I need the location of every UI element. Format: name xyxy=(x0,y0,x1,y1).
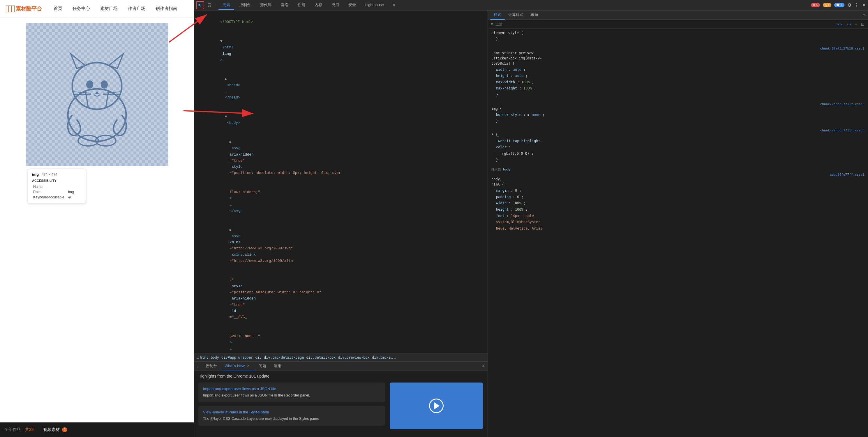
nav-assets[interactable]: 素材广场 xyxy=(100,6,118,11)
breadcrumb-div[interactable]: div xyxy=(255,355,261,360)
html-line[interactable]: ▶ <svg aria-hidden ="true" style ="posit… xyxy=(194,133,488,183)
tab-application[interactable]: 应用 xyxy=(328,1,343,10)
breadcrumb-body[interactable]: body xyxy=(211,355,219,360)
filter-cls[interactable]: .cls xyxy=(845,22,852,27)
style-block-element: element.style { } xyxy=(491,31,865,42)
item-title-1[interactable]: Import and export user flows as a JSON f… xyxy=(203,386,380,391)
device-toggle-button[interactable] xyxy=(205,1,214,9)
nav-guide[interactable]: 创作者指南 xyxy=(156,6,177,11)
devtools-header-tabs: 元素 控制台 源代码 网络 性能 内存 应用 安全 Lighthouse » ⊗… xyxy=(194,0,868,10)
styles-tab-layout[interactable]: 布局 xyxy=(527,10,541,20)
vertical-dots-icon[interactable]: ⋮ xyxy=(854,2,859,8)
cat-container xyxy=(26,23,168,166)
html-line[interactable]: ▶ <head> … </head> xyxy=(194,70,488,107)
play-button[interactable] xyxy=(429,399,444,413)
style-source[interactable]: app.06fe77ff.css:1 xyxy=(491,173,865,177)
tab-lighthouse[interactable]: Lighthouse xyxy=(361,1,388,9)
breadcrumb-bmcs[interactable]: div.bmc-s… xyxy=(372,355,393,360)
tab-issues[interactable]: 问题 xyxy=(255,362,270,371)
tab-more[interactable]: » xyxy=(389,1,399,9)
breadcrumb-detail-box[interactable]: div.detail-box xyxy=(306,355,336,360)
tab-sources[interactable]: 源代码 xyxy=(256,1,276,10)
tab-whatsnew[interactable]: What's New ✕ xyxy=(221,362,255,370)
tab-rendering[interactable]: 渲染 xyxy=(270,362,285,371)
tab-security[interactable]: 安全 xyxy=(344,1,360,10)
selector-text: body, xyxy=(491,177,502,181)
dom-breadcrumb: … html body div#app.wrapper div div.bmc-… xyxy=(194,353,488,361)
html-tag: <html xyxy=(220,45,233,50)
breadcrumb-app[interactable]: div#app.wrapper xyxy=(221,355,253,360)
close-icon[interactable]: ✕ xyxy=(862,2,866,8)
style-source[interactable]: chunk-vendo…7711f.css:3 xyxy=(491,102,865,106)
dom-content[interactable]: <!DOCTYPE html> ▼ <html lang > ▶ <head> … xyxy=(194,10,488,353)
html-line[interactable]: ▶ <svg xmlns ="http://www.w3.org/2000/sv… xyxy=(194,221,488,271)
expand-icon[interactable]: ▶ xyxy=(225,77,227,81)
source-link[interactable]: chunk-vendo…7711f.css:3 xyxy=(820,102,865,106)
styles-more-icon[interactable]: » xyxy=(863,12,866,18)
panel-close-button[interactable]: ✕ xyxy=(482,363,485,369)
tab-memory[interactable]: 内存 xyxy=(310,1,326,10)
svg-rect-2 xyxy=(12,6,14,12)
video-count-badge: 2 xyxy=(62,427,68,432)
logo[interactable]: 素材酷平台 xyxy=(6,5,42,12)
val-100: 100% xyxy=(521,80,530,84)
nav-home[interactable]: 首页 xyxy=(54,6,62,11)
style-block-body: app.06fe77ff.css:1 body, html { margin :… xyxy=(491,173,865,231)
source-link[interactable]: app.06fe77ff.css:1 xyxy=(830,173,865,177)
element-tooltip: img 474 × 474 ACCESSIBILITY Name Role im… xyxy=(28,169,86,203)
html-line[interactable]: SPRITE_NODE__" > … </svg> xyxy=(194,327,488,353)
tab-console-bottom[interactable]: 控制台 xyxy=(202,362,220,371)
dom-panel: <!DOCTYPE html> ▼ <html lang > ▶ <head> … xyxy=(194,10,488,437)
filter-icon-btn[interactable]: ⊡ xyxy=(860,21,866,27)
source-link[interactable]: chunk-vendo…7711f.css:3 xyxy=(820,128,865,132)
filter-add[interactable]: + xyxy=(854,22,858,27)
inherited-from[interactable]: body xyxy=(503,167,511,171)
svg-rect-0 xyxy=(6,6,8,12)
selector-text: .sticker-box img[data-v- xyxy=(491,56,542,60)
whats-new-video-thumbnail[interactable] xyxy=(390,382,483,429)
breadcrumb-detail-page[interactable]: div.bmc-detail-page xyxy=(264,355,304,360)
source-link[interactable]: chunk-8fa73…57b10.css:1 xyxy=(820,46,865,51)
selector-text: * { xyxy=(491,133,498,137)
item-title-2[interactable]: View @layer at-rules in the Styles pane xyxy=(203,410,380,414)
nav-authors[interactable]: 作者广场 xyxy=(128,6,145,11)
styles-tab-styles[interactable]: 样式 xyxy=(490,10,505,20)
table-row: Name xyxy=(32,184,82,189)
element-picker-button[interactable] xyxy=(196,1,204,9)
settings-icon[interactable]: ⚙ xyxy=(847,2,851,8)
tab-network[interactable]: 网络 xyxy=(277,1,292,10)
html-line[interactable]: flow: hidden;" > … </svg> xyxy=(194,183,488,221)
bottom-bar: 全部作品 共23 视频素材 2 xyxy=(0,423,194,437)
val-100pct: 100% xyxy=(515,208,523,212)
val-font-2: system,BlinkMacSyster xyxy=(496,220,540,224)
nav-tasks[interactable]: 任务中心 xyxy=(72,6,90,11)
styles-tab-computed[interactable]: 计算样式 xyxy=(505,10,527,20)
filter-hov[interactable]: :hov xyxy=(835,22,843,27)
expand-icon[interactable]: ▼ xyxy=(220,39,222,43)
html-line[interactable]: <!DOCTYPE html> xyxy=(194,13,488,32)
expand-icon[interactable]: ▶ xyxy=(229,228,232,232)
navbar: 素材酷平台 首页 任务中心 素材广场 作者广场 创作者指南 xyxy=(0,0,194,18)
style-source[interactable]: chunk-vendo…7711f.css:3 xyxy=(491,128,865,132)
expand-icon[interactable]: ▼ xyxy=(225,115,227,119)
breadcrumb-preview-box[interactable]: div.preview-box xyxy=(338,355,370,360)
attr-val: ="true" xyxy=(229,303,245,307)
expand-icon[interactable]: ▶ xyxy=(229,140,232,144)
styles-filter-input[interactable] xyxy=(495,22,833,26)
breadcrumb-html[interactable]: html xyxy=(200,355,208,360)
logo-svg xyxy=(6,6,14,12)
tab-performance[interactable]: 性能 xyxy=(293,1,309,10)
prop-max-width: max-width xyxy=(496,80,515,84)
tab-console[interactable]: 控制台 xyxy=(235,1,255,10)
html-line[interactable]: k" style ="position: absolute; width: 0;… xyxy=(194,271,488,327)
website-area: 素材酷平台 首页 任务中心 素材广场 作者广场 创作者指南 xyxy=(0,0,194,437)
video-material-button[interactable]: 视频素材 2 xyxy=(38,425,73,435)
tab-close-icon[interactable]: ✕ xyxy=(246,364,251,368)
val-none: none xyxy=(532,113,540,117)
html-line[interactable]: ▼ <body> xyxy=(194,107,488,133)
html-line[interactable]: ▼ <html lang > xyxy=(194,32,488,70)
devtools-tools-right: ⊗ 5 △ 1 💬 1 ⚙ ⋮ ✕ xyxy=(811,2,866,8)
warning-badge: △ 1 xyxy=(823,3,831,7)
style-source[interactable]: chunk-8fa73…57b10.css:1 xyxy=(491,46,865,51)
tab-elements[interactable]: 元素 xyxy=(218,1,234,10)
